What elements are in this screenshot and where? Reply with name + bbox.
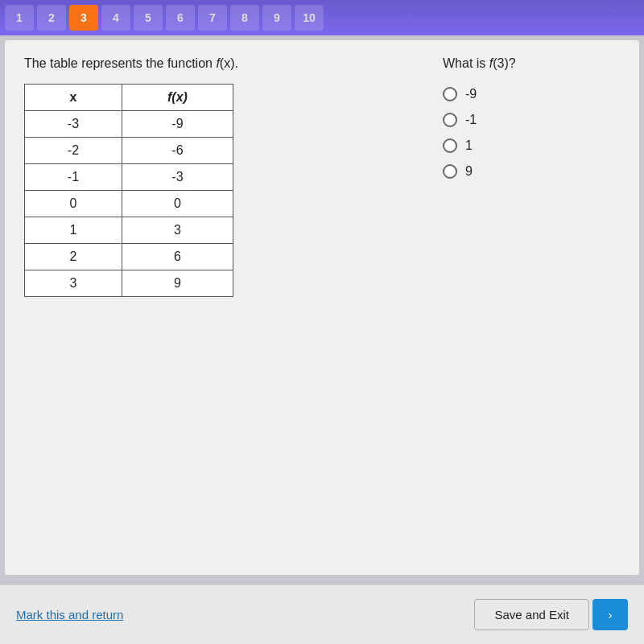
radio-circle-neg9[interactable] [443, 87, 457, 101]
radio-option-1[interactable]: 1 [443, 138, 620, 153]
table-row: -2 -6 [25, 138, 233, 164]
table-row: 0 0 [25, 191, 233, 217]
radio-label-1: 1 [465, 138, 473, 153]
main-content: The table represents the function f(x). … [5, 40, 639, 575]
function-table: x f(x) -3 -9 -2 -6 -1 -3 [24, 84, 233, 297]
table-cell-x: -3 [25, 111, 122, 138]
radio-label-9: 9 [465, 164, 473, 179]
table-cell-x: -2 [25, 138, 122, 164]
left-panel: The table represents the function f(x). … [24, 56, 411, 559]
table-cell-fx: -9 [122, 111, 233, 138]
nav-tab-1[interactable]: 1 [5, 5, 34, 31]
table-row: -3 -9 [25, 111, 233, 138]
radio-circle-neg1[interactable] [443, 113, 457, 127]
bottom-bar: Mark this and return Save and Exit › [0, 584, 644, 644]
nav-tab-5[interactable]: 5 [134, 5, 163, 31]
nav-tab-3[interactable]: 3 [69, 5, 98, 31]
table-cell-x: 3 [25, 270, 122, 297]
table-cell-fx: 3 [122, 217, 233, 244]
table-cell-x: -1 [25, 164, 122, 191]
table-cell-x: 0 [25, 191, 122, 217]
question-area: The table represents the function f(x). … [24, 56, 620, 559]
table-cell-fx: -3 [122, 164, 233, 191]
bottom-right-buttons: Save and Exit › [474, 599, 628, 630]
table-cell-fx: 9 [122, 270, 233, 297]
nav-tab-6[interactable]: 6 [166, 5, 195, 31]
right-panel: What is f(3)? -9 -1 1 9 [443, 56, 620, 559]
nav-tab-9[interactable]: 9 [262, 5, 291, 31]
table-row: 2 6 [25, 244, 233, 270]
radio-circle-9[interactable] [443, 164, 457, 179]
next-button[interactable]: › [592, 599, 628, 630]
table-cell-x: 2 [25, 244, 122, 270]
nav-tab-7[interactable]: 7 [198, 5, 227, 31]
table-row: 1 3 [25, 217, 233, 244]
nav-tab-2[interactable]: 2 [37, 5, 66, 31]
radio-option-9[interactable]: 9 [443, 164, 620, 179]
table-cell-x: 1 [25, 217, 122, 244]
table-cell-fx: 0 [122, 191, 233, 217]
table-cell-fx: 6 [122, 244, 233, 270]
table-row: 3 9 [25, 270, 233, 297]
radio-label-neg9: -9 [465, 87, 477, 101]
radio-circle-1[interactable] [443, 138, 457, 153]
nav-tab-4[interactable]: 4 [101, 5, 130, 31]
radio-label-neg1: -1 [465, 113, 477, 127]
mark-return-button[interactable]: Mark this and return [16, 608, 123, 621]
nav-tab-8[interactable]: 8 [230, 5, 259, 31]
table-header-fx: f(x) [122, 85, 233, 111]
radio-option-neg1[interactable]: -1 [443, 113, 620, 127]
problem-statement: The table represents the function f(x). [24, 56, 411, 71]
nav-tab-10[interactable]: 10 [295, 5, 324, 31]
radio-option-neg9[interactable]: -9 [443, 87, 620, 101]
table-row: -1 -3 [25, 164, 233, 191]
table-cell-fx: -6 [122, 138, 233, 164]
top-navigation: 1 2 3 4 5 6 7 8 9 10 [0, 0, 644, 35]
table-header-x: x [25, 85, 122, 111]
question-label: What is f(3)? [443, 56, 620, 71]
save-exit-button[interactable]: Save and Exit [474, 599, 589, 630]
